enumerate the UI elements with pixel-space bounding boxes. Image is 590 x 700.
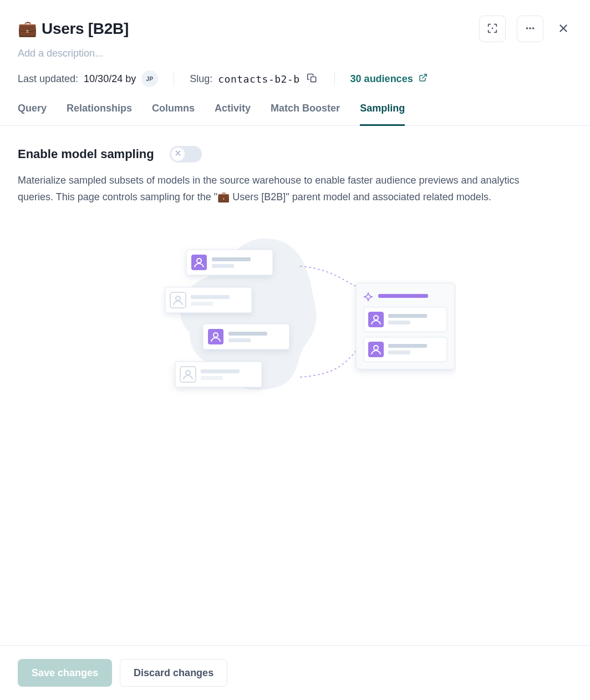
content: Enable model sampling Materialize sample… xyxy=(0,126,590,399)
slug-value: contacts-b2-b xyxy=(218,73,299,85)
svg-rect-25 xyxy=(388,321,410,324)
fullscreen-icon xyxy=(486,22,499,36)
svg-rect-28 xyxy=(388,351,410,354)
discard-button[interactable]: Discard changes xyxy=(120,659,227,687)
meta-row: Last updated: 10/30/24 by JP Slug: conta… xyxy=(18,70,572,87)
svg-rect-20 xyxy=(201,376,223,380)
svg-rect-19 xyxy=(201,369,240,373)
author-avatar[interactable]: JP xyxy=(141,70,158,87)
save-button[interactable]: Save changes xyxy=(18,659,112,687)
svg-rect-11 xyxy=(212,264,234,268)
svg-rect-16 xyxy=(228,332,267,336)
title-emoji-icon: 💼 xyxy=(18,21,37,37)
svg-point-1 xyxy=(526,27,528,29)
tab-columns[interactable]: Columns xyxy=(152,103,195,126)
svg-point-3 xyxy=(532,27,535,29)
tab-sampling[interactable]: Sampling xyxy=(360,103,405,126)
close-icon xyxy=(557,22,569,36)
page-header: 💼 Users [B2B] xyxy=(0,0,590,87)
copy-slug-button[interactable] xyxy=(306,72,319,87)
section-description: Materialize sampled subsets of models in… xyxy=(18,173,539,205)
last-updated-value: 10/30/24 by xyxy=(84,73,136,85)
last-updated-label: Last updated: xyxy=(18,73,78,85)
title-left: 💼 Users [B2B] xyxy=(18,20,129,38)
toggle-knob xyxy=(171,148,185,161)
svg-rect-17 xyxy=(228,338,251,342)
footer: Save changes Discard changes xyxy=(0,645,590,700)
svg-rect-14 xyxy=(191,302,213,306)
tab-relationships[interactable]: Relationships xyxy=(67,103,132,126)
slug: Slug: contacts-b2-b xyxy=(190,72,318,87)
enable-sampling-toggle[interactable] xyxy=(170,146,202,163)
description-input[interactable]: Add a description... xyxy=(18,48,572,59)
last-updated: Last updated: 10/30/24 by JP xyxy=(18,70,158,87)
svg-rect-13 xyxy=(191,295,230,299)
external-link-icon xyxy=(419,73,428,85)
audiences-link[interactable]: 30 audiences xyxy=(350,73,428,85)
svg-point-0 xyxy=(492,27,494,29)
section-title: Enable model sampling xyxy=(18,147,154,161)
sampling-illustration-svg xyxy=(134,227,456,399)
svg-point-2 xyxy=(529,27,531,29)
close-button[interactable] xyxy=(555,20,572,38)
toggle-off-icon xyxy=(174,149,182,159)
tab-activity[interactable]: Activity xyxy=(215,103,251,126)
divider xyxy=(334,72,335,86)
svg-rect-24 xyxy=(388,314,427,318)
sampling-illustration xyxy=(18,205,572,399)
tabs: Query Relationships Columns Activity Mat… xyxy=(0,103,590,126)
svg-rect-22 xyxy=(378,294,428,298)
copy-icon xyxy=(307,73,318,85)
slug-label: Slug: xyxy=(190,73,212,85)
section-title-row: Enable model sampling xyxy=(18,146,572,163)
fullscreen-button[interactable] xyxy=(479,16,506,42)
more-options-button[interactable] xyxy=(517,16,543,42)
more-horizontal-icon xyxy=(524,22,536,36)
title-row: 💼 Users [B2B] xyxy=(18,16,572,42)
tab-match-booster[interactable]: Match Booster xyxy=(271,103,340,126)
svg-rect-27 xyxy=(388,344,427,348)
svg-rect-4 xyxy=(311,77,316,82)
tab-query[interactable]: Query xyxy=(18,103,47,126)
svg-rect-10 xyxy=(212,257,251,261)
title-actions xyxy=(479,16,572,42)
audiences-link-label: 30 audiences xyxy=(350,73,413,85)
page-title: Users [B2B] xyxy=(42,20,129,38)
divider xyxy=(174,72,174,86)
